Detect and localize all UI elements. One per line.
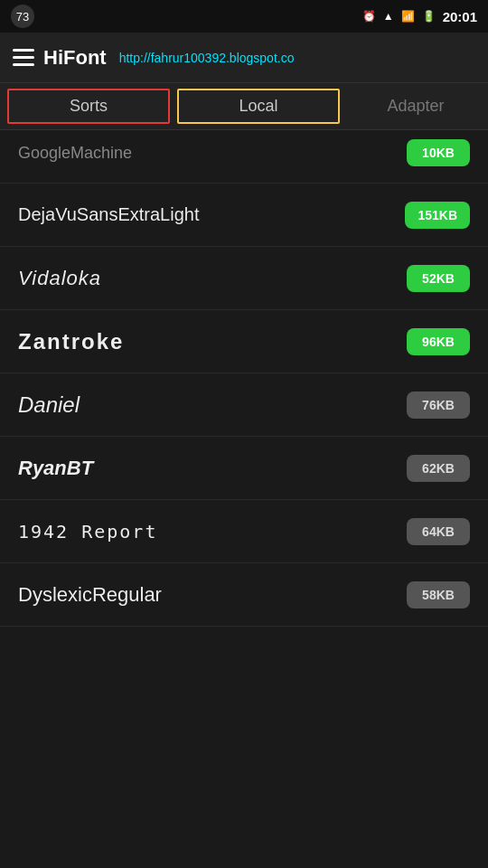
tab-local[interactable]: Local [177,89,340,124]
tab-adapter[interactable]: Adapter [343,83,488,129]
alarm-icon: ⏰ [362,10,376,23]
wifi-icon: ▲ [383,10,394,23]
font-name: RyanBT [18,457,93,480]
size-badge: 96KB [407,328,470,355]
list-item[interactable]: RyanBT 62KB [0,437,488,500]
list-item[interactable]: DejaVuSansExtraLight 151KB [0,184,488,247]
list-item[interactable]: Daniel 76KB [0,373,488,437]
list-item[interactable]: Vidaloka 52KB [0,247,488,310]
font-name: DejaVuSansExtraLight [18,204,200,225]
signal-icon: 📶 [401,10,415,23]
font-name: Vidaloka [18,267,101,290]
status-left: 73 [11,5,34,28]
app-bar: HiFont http://fahrur100392.blogspot.co [0,33,488,83]
notification-badge: 73 [11,5,34,28]
battery-icon: 🔋 [422,10,436,23]
tab-bar: Sorts Local Adapter [0,83,488,130]
hamburger-line [13,49,34,52]
font-name: 1942 Report [18,521,157,542]
hamburger-line [13,63,34,66]
size-badge: 76KB [407,392,470,419]
status-bar: 73 ⏰ ▲ 📶 🔋 20:01 [0,0,488,33]
font-name: Daniel [18,392,80,418]
font-name: Zantroke [18,329,124,354]
list-item[interactable]: GoogleMachine 10KB [0,130,488,184]
app-url[interactable]: http://fahrur100392.blogspot.co [119,51,295,65]
size-badge: 151KB [405,202,470,229]
font-list: GoogleMachine 10KB DejaVuSansExtraLight … [0,130,488,627]
list-item[interactable]: 1942 Report 64KB [0,500,488,563]
font-name: GoogleMachine [18,144,132,163]
size-badge: 10KB [407,139,470,166]
font-name: DyslexicRegular [18,583,162,607]
tab-sorts[interactable]: Sorts [7,89,170,124]
size-badge: 52KB [407,265,470,292]
hamburger-menu[interactable] [13,49,34,66]
size-badge: 62KB [407,455,470,482]
list-item[interactable]: DyslexicRegular 58KB [0,563,488,627]
hamburger-line [13,56,34,59]
status-right: ⏰ ▲ 📶 🔋 20:01 [362,9,477,24]
status-time: 20:01 [443,9,477,24]
size-badge: 64KB [407,518,470,545]
app-title: HiFont [43,46,107,70]
size-badge: 58KB [407,581,470,609]
list-item[interactable]: Zantroke 96KB [0,310,488,373]
